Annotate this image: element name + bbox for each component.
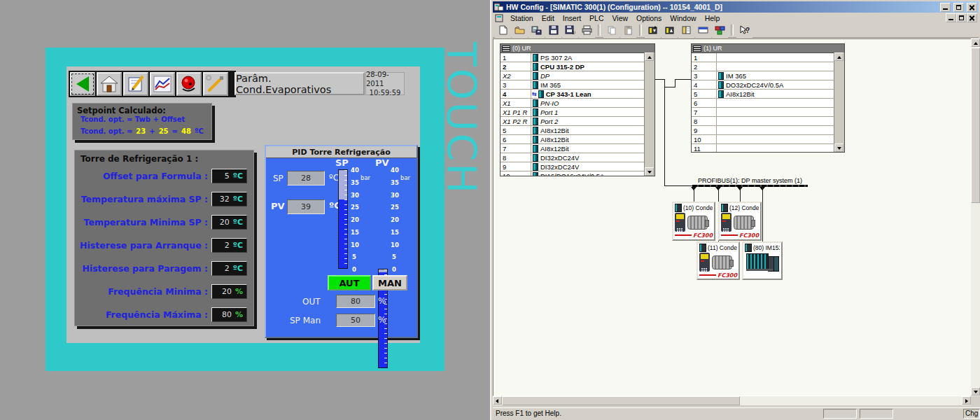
menu-insert[interactable]: Insert [559, 14, 585, 22]
table-row[interactable]: X1 P2 RPort 2 [500, 117, 654, 126]
param-value-field[interactable]: 2ºC [211, 238, 247, 253]
table-row[interactable]: 11 [692, 144, 844, 153]
status-chg-indicator: Chg [963, 409, 980, 419]
spman-value-field[interactable]: 50 [336, 314, 375, 327]
param-value-field[interactable]: 2ºC [211, 261, 247, 276]
table-row[interactable]: 5AI8x12Bit [500, 126, 654, 135]
screenshot-root: TOUCH [0, 0, 980, 420]
param-value-field[interactable]: 80% [211, 307, 247, 322]
table-row[interactable]: 4DO32xDC24V/0.5A [692, 80, 844, 90]
table-row[interactable]: 10DI16/DO16x24V/0.5A [500, 172, 654, 176]
table-row[interactable]: 8 [692, 117, 844, 126]
alarm-button[interactable] [176, 72, 202, 96]
table-row[interactable]: 3IM 365 [500, 80, 654, 90]
restore-button[interactable] [953, 3, 964, 12]
dp-slave-80[interactable]: (80) IM151- [742, 241, 783, 280]
param-label: Frequência Minima : [75, 286, 208, 297]
hmi-toolbar [69, 71, 236, 97]
table-row[interactable]: X1 P1 RPort 1 [500, 108, 654, 117]
scroll-right-button[interactable] [962, 396, 971, 405]
menu-edit[interactable]: Edit [538, 14, 559, 22]
download-button[interactable] [645, 23, 661, 38]
menu-help[interactable]: Help [701, 14, 724, 22]
save-compile-button[interactable]: 10 [562, 23, 578, 38]
param-value-field[interactable]: 5ºC [211, 169, 247, 183]
scroll-left-button[interactable] [493, 396, 502, 405]
dp-slave-12[interactable]: (12) Conde FC300 [718, 202, 762, 241]
table-row[interactable]: 9DI32xDC24V [500, 162, 654, 172]
vertical-scrollbar[interactable] [971, 38, 980, 396]
rack0-scrollbar[interactable] [644, 52, 654, 176]
out-label: OUT [302, 297, 321, 307]
home-button[interactable] [97, 72, 122, 96]
status-bar: Press F1 to get Help. Chg [493, 407, 980, 419]
print-button[interactable] [579, 23, 595, 38]
table-row[interactable]: 5AI8x12Bit [692, 90, 844, 99]
table-row[interactable]: X2DP [500, 71, 654, 80]
scroll-down-button[interactable] [971, 387, 980, 396]
menu-options[interactable]: Options [632, 14, 666, 22]
open-station-button[interactable] [512, 23, 528, 38]
menu-plc[interactable]: PLC [585, 14, 608, 22]
scroll-up-button[interactable] [645, 52, 654, 61]
upload-button[interactable] [662, 23, 678, 38]
scrollbar-thumb[interactable] [502, 396, 740, 405]
scroll-down-button[interactable] [645, 167, 654, 176]
aut-button[interactable]: AUT [328, 275, 371, 290]
horizontal-scrollbar[interactable] [493, 396, 971, 405]
scrollbar-thumb[interactable] [971, 48, 980, 203]
recipes-button[interactable] [123, 72, 148, 96]
table-row[interactable]: 6AI8x12Bit [500, 135, 654, 144]
table-row[interactable]: 7 [692, 108, 844, 117]
param-value-field[interactable]: 20ºC [211, 215, 247, 230]
param-value-field[interactable]: 20% [211, 284, 247, 299]
table-row[interactable]: X1PN-IO [500, 99, 654, 108]
save-button[interactable] [545, 23, 561, 38]
trend-button[interactable] [150, 72, 175, 96]
param-label: Offset para Formula : [75, 171, 208, 181]
menu-window[interactable]: Window [666, 14, 700, 22]
man-button[interactable]: MAN [372, 275, 407, 290]
table-row[interactable]: 9 [692, 126, 844, 135]
rack1-scrollbar[interactable] [834, 52, 844, 153]
minimize-button[interactable] [940, 3, 951, 12]
new-station-button[interactable] [495, 23, 511, 38]
param-label: Histerese para Arranque : [75, 240, 208, 251]
catalog-button[interactable] [712, 23, 728, 38]
window-title-bar[interactable]: HW Config - [SIMATIC 300(1) (Configurati… [493, 1, 979, 13]
child-minimize-button[interactable] [946, 13, 956, 22]
table-row[interactable]: 1 [692, 53, 844, 62]
menu-station[interactable]: Station [506, 14, 538, 22]
paste-button[interactable] [620, 23, 636, 38]
network-button[interactable] [695, 23, 711, 38]
table-row[interactable]: 8DI32xDC24V [500, 153, 654, 162]
back-button[interactable] [70, 72, 95, 96]
rack1-header[interactable]: (1) UR [692, 44, 844, 53]
profibus-bus-line[interactable] [692, 185, 808, 187]
help-button[interactable]: ? [736, 23, 752, 38]
save-as-button[interactable] [528, 23, 545, 38]
table-row[interactable]: 4⇆CP 343-1 Lean [500, 90, 654, 99]
table-row[interactable]: 1PS 307 2A [500, 53, 654, 62]
param-value-field[interactable]: 32ºC [211, 192, 247, 206]
rack0-header[interactable]: (0) UR [500, 44, 654, 53]
scroll-up-button[interactable] [971, 38, 980, 47]
table-row[interactable]: 6 [692, 99, 844, 108]
copy-button[interactable] [603, 23, 620, 38]
sp-value-field[interactable]: 28 [287, 171, 325, 186]
scroll-up-button[interactable] [834, 52, 844, 61]
child-restore-button[interactable] [956, 13, 967, 22]
table-row[interactable]: 10 [692, 135, 844, 144]
table-row[interactable]: 2CPU 315-2 DP [500, 62, 654, 71]
dp-slave-10[interactable]: (10) Conde FC300 [672, 202, 715, 241]
child-close-button[interactable] [967, 13, 977, 22]
scroll-down-button[interactable] [834, 144, 844, 152]
table-row[interactable]: 7AI8x12Bit [500, 144, 654, 153]
tools-button[interactable] [203, 72, 228, 96]
menu-view[interactable]: View [608, 14, 633, 22]
address-overview-button[interactable] [678, 23, 694, 38]
dp-slave-11[interactable]: (11) Conde FC300 [696, 241, 740, 280]
table-row[interactable]: 3IM 365 [692, 71, 844, 80]
close-button[interactable] [967, 3, 977, 12]
table-row[interactable]: 2 [692, 62, 844, 71]
